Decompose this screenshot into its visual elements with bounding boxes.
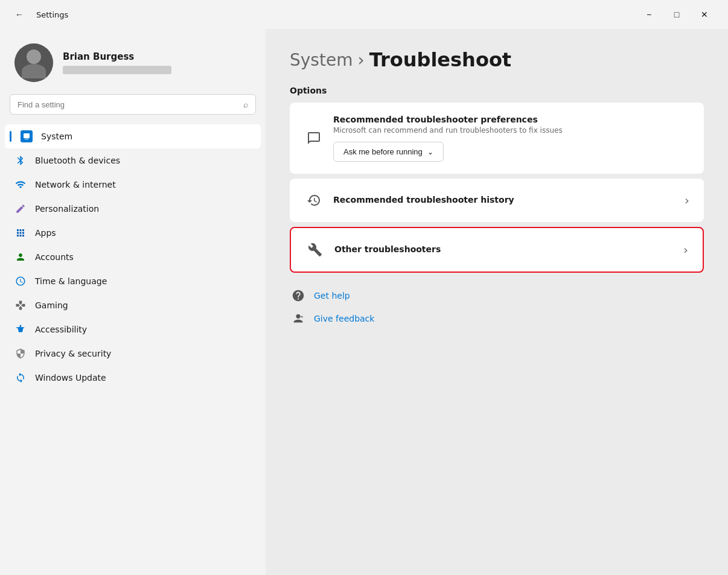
sidebar-item-update-label: Windows Update xyxy=(35,373,106,383)
title-bar: ← Settings − □ ✕ xyxy=(0,0,728,29)
chevron-down-icon: ⌄ xyxy=(427,148,433,156)
sidebar-item-system[interactable]: System xyxy=(5,124,261,148)
ask-before-running-dropdown[interactable]: Ask me before running ⌄ xyxy=(333,142,444,162)
user-section: Brian Burgess xyxy=(0,29,266,94)
get-help-text[interactable]: Get help xyxy=(314,291,350,300)
active-indicator xyxy=(10,130,12,142)
sidebar-item-apps-label: Apps xyxy=(35,228,56,238)
sidebar-item-update[interactable]: Windows Update xyxy=(5,366,261,390)
sidebar-item-gaming[interactable]: Gaming xyxy=(5,293,261,317)
sidebar: Brian Burgess ⌕ System xyxy=(0,29,266,575)
chevron-right-icon: › xyxy=(685,193,689,208)
accessibility-icon xyxy=(14,323,27,335)
app-title: Settings xyxy=(36,10,68,19)
back-button[interactable]: ← xyxy=(10,5,29,24)
sidebar-item-system-label: System xyxy=(41,132,72,141)
history-icon xyxy=(304,191,324,210)
sidebar-item-accessibility[interactable]: Accessibility xyxy=(5,317,261,342)
chat-icon xyxy=(304,129,324,148)
other-troubleshooters-card[interactable]: Other troubleshooters › xyxy=(290,227,704,273)
system-icon xyxy=(21,130,33,142)
accounts-icon xyxy=(14,251,27,263)
breadcrumb-parent: System xyxy=(290,50,353,70)
bluetooth-icon xyxy=(14,154,27,167)
minimize-button[interactable]: − xyxy=(635,5,663,24)
personalization-icon xyxy=(14,203,27,215)
app-body: Brian Burgess ⌕ System xyxy=(0,29,728,575)
sidebar-item-time-label: Time & language xyxy=(35,276,107,286)
main-content: System › Troubleshoot Options Recommende… xyxy=(266,29,728,575)
network-icon xyxy=(14,179,27,191)
recommended-history-inner: Recommended troubleshooter history xyxy=(304,191,514,210)
title-bar-left: ← Settings xyxy=(10,5,68,24)
dropdown-value: Ask me before running xyxy=(343,147,423,156)
svg-rect-0 xyxy=(24,133,30,138)
sidebar-item-accounts[interactable]: Accounts xyxy=(5,245,261,269)
privacy-icon xyxy=(14,348,27,360)
close-button[interactable]: ✕ xyxy=(691,5,718,24)
user-email-redacted xyxy=(63,66,171,74)
recommended-history-card[interactable]: Recommended troubleshooter history › xyxy=(290,179,704,222)
update-icon xyxy=(14,372,27,384)
options-section-title: Options xyxy=(290,86,704,95)
other-troubleshooters-title: Other troubleshooters xyxy=(334,244,441,254)
sidebar-item-accounts-label: Accounts xyxy=(35,252,74,262)
page-title: Troubleshoot xyxy=(369,48,512,71)
recommended-prefs-content: Recommended troubleshooter preferences M… xyxy=(333,115,689,162)
recommended-prefs-desc: Microsoft can recommend and run troubles… xyxy=(333,126,689,135)
window-controls: − □ ✕ xyxy=(635,5,718,24)
give-feedback-icon xyxy=(290,310,307,327)
sidebar-item-privacy[interactable]: Privacy & security xyxy=(5,342,261,366)
sidebar-item-network[interactable]: Network & internet xyxy=(5,173,261,197)
gaming-icon xyxy=(14,299,27,311)
apps-icon xyxy=(14,227,27,239)
get-help-link[interactable]: Get help xyxy=(290,287,704,304)
other-troubleshooters-inner: Other troubleshooters xyxy=(305,240,441,259)
sidebar-item-bluetooth[interactable]: Bluetooth & devices xyxy=(5,148,261,173)
sidebar-item-privacy-label: Privacy & security xyxy=(35,349,111,358)
sidebar-item-network-label: Network & internet xyxy=(35,180,116,189)
breadcrumb: System › Troubleshoot xyxy=(290,48,704,71)
sidebar-item-personalization[interactable]: Personalization xyxy=(5,197,261,221)
options-list: Recommended troubleshooter preferences M… xyxy=(290,103,704,273)
other-chevron-right-icon: › xyxy=(683,243,688,257)
give-feedback-text[interactable]: Give feedback xyxy=(314,314,374,323)
sidebar-item-personalization-label: Personalization xyxy=(35,204,99,214)
search-input[interactable] xyxy=(18,100,238,109)
search-icon: ⌕ xyxy=(243,100,248,109)
avatar xyxy=(14,43,53,82)
sidebar-item-time[interactable]: Time & language xyxy=(5,269,261,293)
wrench-icon xyxy=(305,240,325,259)
nav-menu: System Bluetooth & devices Network & int… xyxy=(0,122,266,392)
recommended-prefs-title: Recommended troubleshooter preferences xyxy=(333,115,689,124)
search-box[interactable]: ⌕ xyxy=(10,94,256,115)
recommended-history-title: Recommended troubleshooter history xyxy=(333,195,514,205)
other-troubleshooters-content: Other troubleshooters xyxy=(334,244,441,256)
recommended-history-content: Recommended troubleshooter history xyxy=(333,195,514,206)
svg-rect-2 xyxy=(25,139,29,139)
breadcrumb-separator: › xyxy=(357,50,364,70)
time-icon xyxy=(14,275,27,287)
get-help-icon xyxy=(290,287,307,304)
sidebar-item-bluetooth-label: Bluetooth & devices xyxy=(35,156,120,165)
recommended-prefs-card[interactable]: Recommended troubleshooter preferences M… xyxy=(290,103,704,174)
user-info: Brian Burgess xyxy=(63,51,171,74)
help-links: Get help Give feedback xyxy=(290,287,704,327)
sidebar-item-apps[interactable]: Apps xyxy=(5,221,261,245)
sidebar-item-gaming-label: Gaming xyxy=(35,300,68,310)
avatar-image xyxy=(14,43,53,82)
give-feedback-link[interactable]: Give feedback xyxy=(290,310,704,327)
user-name: Brian Burgess xyxy=(63,51,171,62)
maximize-button[interactable]: □ xyxy=(663,5,691,24)
sidebar-item-accessibility-label: Accessibility xyxy=(35,325,87,334)
